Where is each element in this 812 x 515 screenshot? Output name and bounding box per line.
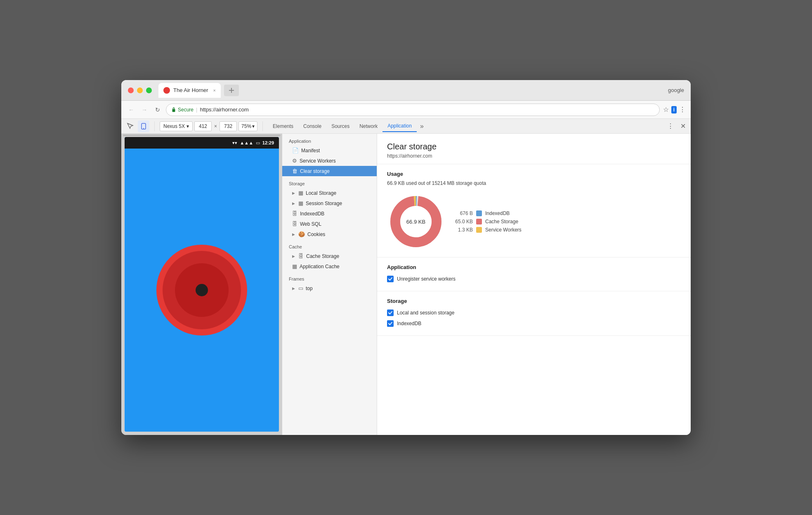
devtools-close-button[interactable]: ✕ bbox=[679, 121, 687, 131]
tab-close-button[interactable]: × bbox=[213, 88, 216, 93]
expand-icon-cookies: ▶ bbox=[292, 232, 295, 236]
indexed-db-color bbox=[476, 210, 482, 216]
sidebar-item-app-cache[interactable]: ▦ Application Cache bbox=[282, 261, 377, 272]
address-bar: ← → ↻ Secure | https://airhorner.com ☆ i… bbox=[121, 101, 691, 119]
sidebar-item-websql-label: Web SQL bbox=[300, 221, 321, 227]
traffic-lights bbox=[128, 87, 152, 93]
tab-sources[interactable]: Sources bbox=[326, 121, 354, 132]
devtools-more-menu[interactable]: ⋮ bbox=[666, 121, 675, 131]
panel-icon-buttons bbox=[125, 120, 149, 132]
viewport-scrollbar bbox=[121, 134, 282, 137]
storage-section-title: Storage bbox=[387, 298, 681, 304]
local-session-checkbox[interactable] bbox=[387, 309, 394, 316]
zoom-dropdown-icon: ▾ bbox=[252, 123, 255, 129]
toolbar-separator bbox=[154, 121, 155, 131]
device-content bbox=[125, 149, 279, 432]
unregister-sw-checkbox[interactable] bbox=[387, 276, 394, 282]
tab-console[interactable]: Console bbox=[298, 121, 326, 132]
browser-tab[interactable]: The Air Horner × bbox=[158, 83, 221, 98]
bookmark-icon[interactable]: ☆ bbox=[663, 106, 669, 113]
forward-button[interactable]: → bbox=[139, 105, 149, 115]
width-input[interactable] bbox=[194, 121, 212, 131]
devtools-actions: ⋮ ✕ bbox=[666, 121, 687, 131]
sidebar-item-local-storage[interactable]: ▶ ▦ Local Storage bbox=[282, 188, 377, 198]
svg-rect-1 bbox=[229, 90, 234, 91]
devtools-sidebar: Application 📄 Manifest ⚙ Service Workers… bbox=[282, 134, 377, 435]
service-workers-label: Service Workers bbox=[485, 227, 522, 233]
session-storage-icon: ▦ bbox=[298, 200, 303, 206]
new-tab-button[interactable] bbox=[224, 85, 239, 96]
expand-icon-ls: ▶ bbox=[292, 191, 295, 195]
more-tabs-button[interactable]: » bbox=[417, 121, 427, 132]
svg-rect-2 bbox=[172, 109, 175, 112]
extension-icon[interactable]: i bbox=[671, 106, 677, 113]
storage-section: Storage Local and session storage Indexe… bbox=[377, 291, 691, 336]
tab-title: The Air Horner bbox=[173, 87, 208, 93]
application-section-title: Application bbox=[387, 264, 681, 270]
sidebar-section-storage: Storage bbox=[282, 176, 377, 188]
tab-network[interactable]: Network bbox=[354, 121, 382, 132]
application-section: Application Unregister service workers bbox=[377, 258, 691, 291]
sidebar-item-cache-storage[interactable]: ▶ 🗄 Cache Storage bbox=[282, 251, 377, 261]
sidebar-section-application: Application bbox=[282, 134, 377, 145]
toolbar-separator-2 bbox=[262, 121, 263, 131]
frame-icon: ▭ bbox=[298, 285, 303, 291]
dimension-separator: × bbox=[214, 123, 217, 129]
device-toolbar-icon[interactable] bbox=[138, 120, 149, 132]
maximize-button[interactable] bbox=[146, 87, 152, 93]
sidebar-item-cookies-label: Cookies bbox=[307, 232, 325, 237]
indexed-db-label: IndexedDB bbox=[485, 210, 510, 216]
sidebar-item-manifest[interactable]: 📄 Manifest bbox=[282, 145, 377, 156]
tab-elements[interactable]: Elements bbox=[268, 121, 298, 132]
service-workers-icon: ⚙ bbox=[292, 158, 297, 164]
cache-storage-label: Cache Storage bbox=[485, 219, 518, 224]
tab-favicon bbox=[163, 87, 170, 94]
sidebar-item-idb-label: IndexedDB bbox=[300, 211, 324, 217]
url-bar[interactable]: Secure | https://airhorner.com bbox=[166, 104, 660, 116]
profile-name: google bbox=[668, 87, 684, 93]
chart-area: 66.9 KB 676 B IndexedDB 65.0 KB Cache St… bbox=[387, 193, 681, 250]
donut-center-label: 66.9 KB bbox=[406, 219, 425, 225]
expand-icon-top: ▶ bbox=[292, 286, 295, 291]
devtools-tabs: Elements Console Sources Network Applica… bbox=[268, 120, 664, 132]
sidebar-item-top[interactable]: ▶ ▭ top bbox=[282, 283, 377, 293]
sidebar-section-frames: Frames bbox=[282, 272, 377, 283]
sidebar-item-clear-storage[interactable]: 🗑 Clear storage bbox=[282, 166, 377, 176]
url-separator: | bbox=[196, 106, 197, 113]
expand-icon-ss: ▶ bbox=[292, 201, 295, 206]
status-time: 12:29 bbox=[262, 140, 274, 145]
inspect-element-icon[interactable] bbox=[125, 120, 136, 132]
legend-cache-storage: 65.0 KB Cache Storage bbox=[455, 219, 522, 224]
donut-chart: 66.9 KB bbox=[387, 193, 445, 250]
sidebar-item-session-storage[interactable]: ▶ ▦ Session Storage bbox=[282, 198, 377, 208]
devtools-toolbar: Nexus 5X ▾ × 75% ▾ Elements Console Sour… bbox=[121, 119, 691, 134]
main-content: ▾▾ ▲▲▲ ▭ 12:29 Application bbox=[121, 134, 691, 435]
sidebar-item-websql[interactable]: 🗄 Web SQL bbox=[282, 219, 377, 229]
back-button[interactable]: ← bbox=[126, 105, 136, 115]
indexed-db-item: IndexedDB bbox=[387, 318, 681, 329]
tab-application[interactable]: Application bbox=[382, 120, 417, 132]
sidebar-item-indexeddb[interactable]: 🗄 IndexedDB bbox=[282, 208, 377, 219]
device-name: Nexus 5X bbox=[163, 123, 185, 129]
sidebar-item-cookies[interactable]: ▶ 🍪 Cookies bbox=[282, 229, 377, 239]
indexed-db-checkbox[interactable] bbox=[387, 320, 394, 327]
chart-legend: 676 B IndexedDB 65.0 KB Cache Storage 1.… bbox=[455, 210, 522, 233]
height-input[interactable] bbox=[220, 121, 237, 131]
sidebar-item-sw-label: Service Workers bbox=[300, 158, 336, 164]
url-domain: airhorner.com bbox=[216, 106, 248, 113]
browser-window: The Air Horner × google ← → ↻ Secure | h… bbox=[121, 80, 691, 435]
close-button[interactable] bbox=[128, 87, 134, 93]
tab-bar: The Air Horner × bbox=[158, 83, 668, 98]
sidebar-section-cache: Cache bbox=[282, 239, 377, 251]
refresh-button[interactable]: ↻ bbox=[153, 105, 163, 115]
sidebar-item-service-workers[interactable]: ⚙ Service Workers bbox=[282, 156, 377, 166]
zoom-selector[interactable]: 75% ▾ bbox=[238, 121, 257, 131]
browser-menu-icon[interactable]: ⋮ bbox=[679, 106, 686, 113]
app-cache-icon: ▦ bbox=[292, 263, 297, 269]
secure-text: Secure bbox=[178, 107, 194, 113]
legend-service-workers: 1.3 KB Service Workers bbox=[455, 227, 522, 233]
device-selector[interactable]: Nexus 5X ▾ bbox=[160, 121, 193, 131]
sidebar-item-clear-label: Clear storage bbox=[300, 168, 330, 174]
minimize-button[interactable] bbox=[137, 87, 143, 93]
cache-storage-icon: 🗄 bbox=[298, 253, 304, 259]
